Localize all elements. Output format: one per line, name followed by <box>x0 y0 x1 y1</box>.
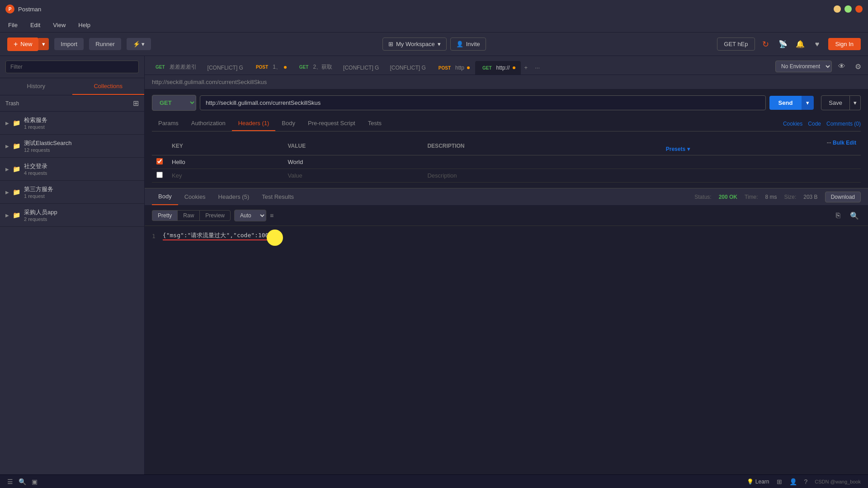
tab-tests[interactable]: Tests <box>362 116 388 131</box>
sidebar-tab-history[interactable]: History <box>0 78 72 95</box>
wrap-icon[interactable]: ≡ <box>270 212 274 219</box>
workspace-button[interactable]: ⊞ My Workspace ▾ <box>382 38 447 51</box>
tab-item-active[interactable]: GET http:// <box>475 61 521 75</box>
format-tabs: Pretty Raw Preview Auto JSON XML ≡ ⎘ 🔍 <box>145 206 868 226</box>
key-cell[interactable]: Key <box>167 169 283 183</box>
description-cell[interactable]: Description <box>423 169 661 183</box>
list-item[interactable]: ▶ 📁 社交登录 4 requests <box>0 158 144 181</box>
sidebar-tab-collections[interactable]: Collections <box>72 78 145 95</box>
send-button[interactable]: Send <box>769 96 802 110</box>
format-preview[interactable]: Preview <box>199 210 231 221</box>
tab-item[interactable]: POST 1、 <box>249 60 292 75</box>
more-options-icon[interactable]: ··· <box>827 140 831 146</box>
save-button[interactable]: Save <box>821 95 850 110</box>
sign-in-button[interactable]: Sign In <box>828 38 861 50</box>
person-status-icon[interactable]: 👤 <box>789 478 797 485</box>
tab-pre-request[interactable]: Pre-request Script <box>302 116 362 131</box>
download-button[interactable]: Download <box>825 192 861 202</box>
tab-item[interactable]: GET 2、获取 <box>292 60 338 75</box>
bell-icon: 🔔 <box>796 40 805 48</box>
table-row: Hello World <box>152 155 861 169</box>
resp-tab-cookies[interactable]: Cookies <box>178 189 212 205</box>
sidebar-toggle-icon[interactable]: ☰ <box>7 478 13 485</box>
satellite-button[interactable]: 📡 <box>777 38 789 51</box>
list-item[interactable]: ▶ 📁 检索服务 1 request <box>0 112 144 135</box>
settings-button[interactable]: ⚙ <box>852 60 864 73</box>
tab-label: 差差差差引 <box>170 63 197 71</box>
search-status-icon[interactable]: 🔍 <box>19 478 26 485</box>
tab-body[interactable]: Body <box>275 116 302 131</box>
collection-count: 4 requests <box>24 170 139 176</box>
resp-tab-headers[interactable]: Headers (5) <box>212 189 256 205</box>
row-checkbox[interactable] <box>156 172 163 178</box>
code-link[interactable]: Code <box>808 121 821 127</box>
invite-button[interactable]: 👤 Invite <box>450 38 486 51</box>
get-help-button[interactable]: GET hEp <box>717 38 755 51</box>
tab-params[interactable]: Params <box>152 116 185 131</box>
menu-view[interactable]: View <box>50 20 68 30</box>
collection-count: 12 requests <box>24 147 139 153</box>
grid-status-icon[interactable]: ⊞ <box>777 478 782 485</box>
tab-authorization[interactable]: Authorization <box>185 116 232 131</box>
time-label: Time: <box>745 194 758 200</box>
minimize-button[interactable] <box>834 5 841 13</box>
resp-tab-test-results[interactable]: Test Results <box>255 189 300 205</box>
tab-item[interactable]: [CONFLICT] G <box>202 61 249 75</box>
value-cell[interactable]: World <box>283 155 423 169</box>
presets-button[interactable]: Presets ▾ <box>666 146 856 152</box>
app-icon-letter: P <box>9 7 12 12</box>
method-label: POST <box>437 65 453 71</box>
trash-label: Trash <box>5 100 19 107</box>
menu-edit[interactable]: Edit <box>28 20 43 30</box>
key-cell[interactable]: Hello <box>167 155 283 169</box>
new-button-group: + New ▾ <box>7 38 49 51</box>
new-collection-icon[interactable]: ⊞ <box>133 99 139 108</box>
runner-button[interactable]: Runner <box>89 38 121 50</box>
copy-button[interactable]: ⎘ <box>832 209 844 222</box>
new-dropdown-button[interactable]: ▾ <box>38 38 49 50</box>
format-select[interactable]: Auto JSON XML <box>234 210 266 221</box>
sync-button[interactable]: ↻ <box>760 38 772 51</box>
method-select[interactable]: GET POST PUT DELETE <box>152 95 196 111</box>
tab-item[interactable]: POST http <box>431 61 475 75</box>
format-raw[interactable]: Raw <box>177 210 199 221</box>
close-button[interactable] <box>855 5 863 13</box>
eye-button[interactable]: 👁 <box>835 60 848 73</box>
format-pretty[interactable]: Pretty <box>152 210 177 221</box>
maximize-button[interactable] <box>844 5 852 13</box>
arrow-right-icon: ▶ <box>5 190 9 195</box>
search-icon[interactable]: 🔍 <box>848 209 861 222</box>
description-cell[interactable] <box>423 155 661 169</box>
new-button[interactable]: + New <box>7 38 38 51</box>
tab-headers[interactable]: Headers (1) <box>232 116 276 131</box>
tabs-overflow-button[interactable]: ··· <box>531 61 543 75</box>
row-checkbox[interactable] <box>156 158 163 164</box>
list-item[interactable]: ▶ 📁 测试ElasticSearch 12 requests <box>0 135 144 158</box>
tab-item[interactable]: [CONFLICT] G <box>338 61 384 75</box>
tab-item[interactable]: GET 差差差差引 <box>148 60 202 75</box>
list-item[interactable]: ▶ 📁 采购人员app 2 requests <box>0 204 144 227</box>
send-dropdown-button[interactable]: ▾ <box>802 96 814 110</box>
learn-link[interactable]: 💡 Learn <box>747 479 769 485</box>
menu-help[interactable]: Help <box>75 20 93 30</box>
tab-item[interactable]: [CONFLICT] G <box>384 61 431 75</box>
tab-label: [CONFLICT] G <box>208 65 243 71</box>
menu-file[interactable]: File <box>5 20 20 30</box>
environment-select[interactable]: No Environment <box>775 61 832 72</box>
more-tabs-button[interactable]: + <box>521 61 532 75</box>
build-button[interactable]: ⚡ ▾ <box>127 38 151 50</box>
save-dropdown-button[interactable]: ▾ <box>850 95 861 110</box>
heart-button[interactable]: ♥ <box>811 38 824 51</box>
help-status-icon[interactable]: ? <box>804 478 808 485</box>
bulk-edit-button[interactable]: Bulk Edit <box>833 140 856 146</box>
list-item[interactable]: ▶ 📁 第三方服务 1 request <box>0 181 144 204</box>
comments-link[interactable]: Comments (0) <box>826 121 861 127</box>
value-cell[interactable]: Value <box>283 169 423 183</box>
url-input[interactable] <box>200 95 766 110</box>
cookies-link[interactable]: Cookies <box>783 121 802 127</box>
resp-tab-body[interactable]: Body <box>152 188 178 205</box>
import-button[interactable]: Import <box>54 38 84 50</box>
console-icon[interactable]: ▣ <box>32 478 38 485</box>
search-input[interactable] <box>5 61 139 73</box>
bell-button[interactable]: 🔔 <box>794 38 807 51</box>
